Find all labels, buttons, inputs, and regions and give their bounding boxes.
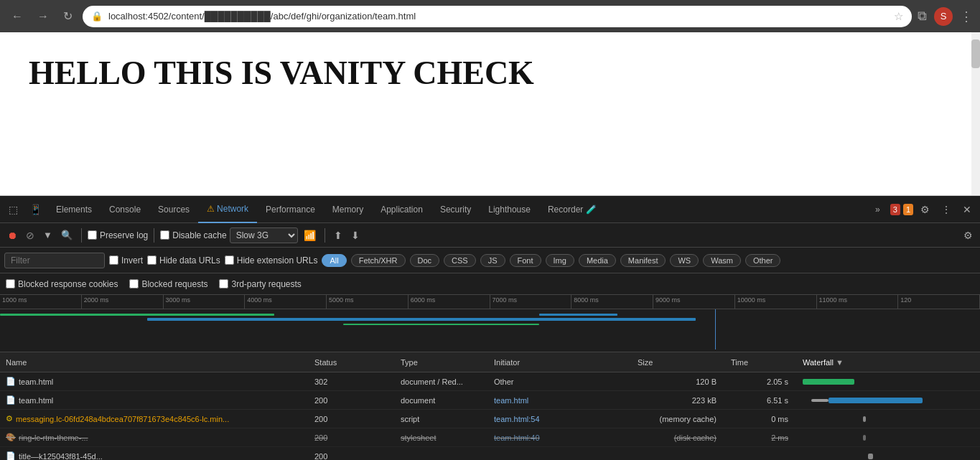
row-3-initiator[interactable]: team.html:40 bbox=[488, 433, 632, 442]
initiator-link-1[interactable]: team.html bbox=[494, 396, 528, 405]
tab-lighthouse[interactable]: Lighthouse bbox=[480, 196, 539, 223]
invert-checkbox[interactable] bbox=[109, 255, 118, 265]
tab-network[interactable]: ⚠ Network bbox=[198, 196, 257, 223]
tab-application[interactable]: Application bbox=[372, 196, 431, 223]
address-bar: 🔒 localhost:4502/content/██████████/abc/… bbox=[83, 6, 912, 27]
col-header-time[interactable]: Time bbox=[725, 358, 797, 367]
tab-console[interactable]: Console bbox=[101, 196, 149, 223]
col-header-initiator[interactable]: Initiator bbox=[488, 358, 632, 367]
network-toolbar: ⏺ ⊘ ▼ 🔍 Preserve log Disable cache Slow … bbox=[0, 223, 980, 248]
table-row[interactable]: 🎨 ring-lc-rtm-theme-... 200 stylesheet t… bbox=[0, 428, 980, 447]
blocked-requests-label[interactable]: Blocked requests bbox=[129, 279, 207, 289]
download-button[interactable]: ⬇ bbox=[348, 228, 363, 243]
refresh-button[interactable]: ↻ bbox=[59, 6, 77, 26]
upload-button[interactable]: ⬆ bbox=[331, 228, 345, 243]
search-button[interactable]: 🔍 bbox=[58, 228, 75, 242]
tab-recorder[interactable]: Recorder 🧪 bbox=[539, 196, 605, 223]
col-header-size[interactable]: Size bbox=[632, 358, 725, 367]
doc-icon: 📄 bbox=[6, 451, 16, 460]
chip-img[interactable]: Img bbox=[546, 254, 574, 267]
hide-extension-urls-checkbox[interactable] bbox=[225, 255, 234, 265]
devtools-close-button[interactable]: ✕ bbox=[957, 200, 977, 220]
tick-10000: 10000 ms bbox=[735, 295, 817, 309]
third-party-label[interactable]: 3rd-party requests bbox=[219, 279, 301, 289]
chip-media[interactable]: Media bbox=[579, 254, 616, 267]
row-0-initiator: Other bbox=[488, 377, 632, 386]
more-tabs-button[interactable]: » bbox=[867, 196, 889, 223]
tab-performance[interactable]: Performance bbox=[257, 196, 324, 223]
chip-fetch-xhr[interactable]: Fetch/XHR bbox=[351, 254, 406, 267]
filter-button[interactable]: ▼ bbox=[40, 228, 55, 242]
chip-ws[interactable]: WS bbox=[670, 254, 699, 267]
filter-bar: Invert Hide data URLs Hide extension URL… bbox=[0, 248, 980, 273]
chip-wasm[interactable]: Wasm bbox=[703, 254, 741, 267]
table-header: Name Status Type Initiator Size Time Wat… bbox=[0, 352, 980, 372]
back-button[interactable]: ← bbox=[7, 7, 27, 26]
table-row[interactable]: 📄 title—k125043f81-45d... 200 bbox=[0, 447, 980, 460]
wifi-icon-btn[interactable]: 📶 bbox=[301, 228, 319, 243]
devtools-panel: ⬚ 📱 Elements Console Sources ⚠ Network P… bbox=[0, 196, 980, 460]
tab-sources[interactable]: Sources bbox=[149, 196, 198, 223]
more-button[interactable]: ⋮ bbox=[960, 9, 973, 24]
devtools-device-button[interactable]: 📱 bbox=[24, 200, 47, 220]
disable-cache-label[interactable]: Disable cache bbox=[160, 230, 226, 240]
chip-doc[interactable]: Doc bbox=[410, 254, 440, 267]
hide-extension-urls-label[interactable]: Hide extension URLs bbox=[225, 255, 318, 266]
third-party-checkbox[interactable] bbox=[219, 279, 228, 288]
col-header-name[interactable]: Name bbox=[0, 358, 309, 367]
chip-js[interactable]: JS bbox=[480, 254, 505, 267]
initiator-link-2[interactable]: team.html:54 bbox=[494, 415, 540, 423]
tick-6000: 6000 ms bbox=[409, 295, 490, 309]
url-text[interactable]: localhost:4502/content/██████████/abc/de… bbox=[108, 11, 888, 22]
filter-input[interactable] bbox=[4, 253, 105, 268]
row-3-time: 2 ms bbox=[725, 433, 797, 442]
col-header-waterfall[interactable]: Waterfall ▼ bbox=[797, 358, 980, 367]
col-header-status[interactable]: Status bbox=[309, 358, 395, 367]
timeline-vline bbox=[715, 309, 716, 349]
row-2-initiator[interactable]: team.html:54 bbox=[488, 415, 632, 423]
bookmark-icon[interactable]: ☆ bbox=[894, 10, 903, 23]
preserve-log-label[interactable]: Preserve log bbox=[88, 230, 148, 240]
row-1-initiator[interactable]: team.html bbox=[488, 396, 632, 405]
table-row[interactable]: 📄 team.html 302 document / Red... Other … bbox=[0, 372, 980, 391]
row-1-type: document bbox=[395, 396, 488, 405]
scrollbar-track[interactable] bbox=[971, 32, 980, 195]
record-button[interactable]: ⏺ bbox=[4, 228, 20, 243]
row-4-name: 📄 title—k125043f81-45d... bbox=[0, 451, 309, 460]
stop-button[interactable]: ⊘ bbox=[23, 228, 37, 243]
chip-css[interactable]: CSS bbox=[444, 254, 476, 267]
tab-security[interactable]: Security bbox=[431, 196, 480, 223]
tab-elements[interactable]: Elements bbox=[47, 196, 101, 223]
blocked-requests-checkbox[interactable] bbox=[129, 279, 139, 288]
blocked-cookies-checkbox[interactable] bbox=[6, 279, 15, 288]
disable-cache-checkbox[interactable] bbox=[160, 230, 169, 240]
settings-button[interactable]: ⚙ bbox=[915, 200, 935, 220]
network-settings-button[interactable]: ⚙ bbox=[961, 228, 976, 243]
warn-badge: 1 bbox=[903, 204, 913, 215]
col-header-type[interactable]: Type bbox=[395, 358, 488, 367]
chip-font[interactable]: Font bbox=[510, 254, 541, 267]
browser-actions: ⧉ S ⋮ bbox=[918, 7, 973, 26]
throttle-select[interactable]: Slow 3G No throttling Fast 3G bbox=[230, 227, 298, 243]
blocked-cookies-label[interactable]: Blocked response cookies bbox=[6, 279, 118, 289]
chip-all[interactable]: All bbox=[322, 254, 346, 267]
preserve-log-checkbox[interactable] bbox=[88, 230, 97, 240]
row-0-time: 2.05 s bbox=[725, 377, 797, 386]
table-row[interactable]: ⚙ messaging.lc-06fd248a4bdcea707f871673e… bbox=[0, 410, 980, 428]
avatar-button[interactable]: S bbox=[934, 7, 953, 26]
chip-other[interactable]: Other bbox=[745, 254, 781, 267]
hide-data-urls-checkbox[interactable] bbox=[147, 255, 157, 265]
scrollbar-thumb[interactable] bbox=[971, 39, 980, 68]
devtools-more-button[interactable]: ⋮ bbox=[935, 200, 957, 220]
chip-manifest[interactable]: Manifest bbox=[620, 254, 666, 267]
tab-memory[interactable]: Memory bbox=[324, 196, 372, 223]
timeline[interactable]: 1000 ms 2000 ms 3000 ms 4000 ms 5000 ms … bbox=[0, 295, 980, 352]
initiator-link-3[interactable]: team.html:40 bbox=[494, 433, 540, 442]
devtools-inspect-button[interactable]: ⬚ bbox=[3, 200, 24, 220]
table-row[interactable]: 📄 team.html 200 document team.html 223 k… bbox=[0, 391, 980, 410]
wf-bar-container-4 bbox=[803, 451, 974, 461]
hide-data-urls-label[interactable]: Hide data URLs bbox=[147, 255, 220, 266]
invert-label[interactable]: Invert bbox=[109, 255, 143, 266]
forward-button[interactable]: → bbox=[33, 7, 53, 26]
extensions-button[interactable]: ⧉ bbox=[918, 9, 927, 24]
